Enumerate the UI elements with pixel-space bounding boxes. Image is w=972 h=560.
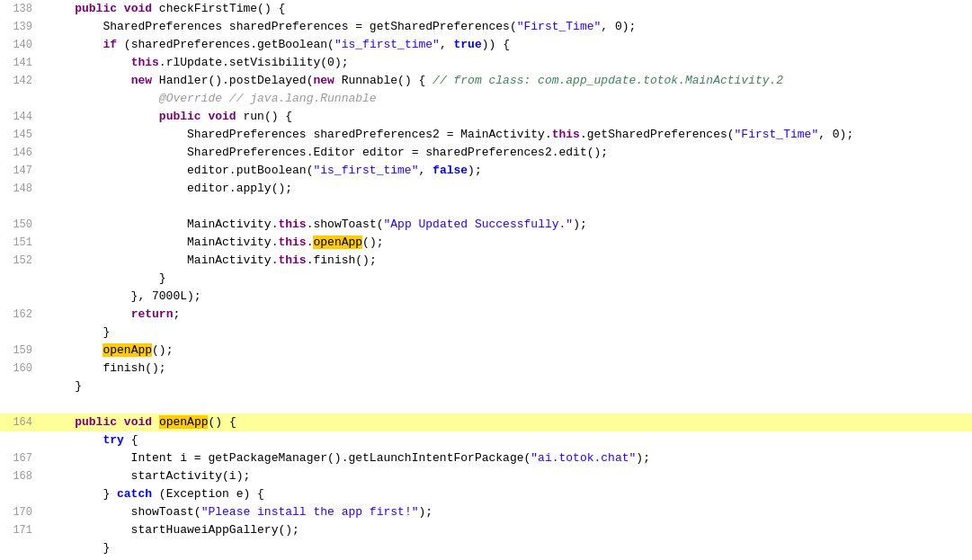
code-token: "App Updated Successfully." [384, 218, 574, 231]
table-row [0, 396, 972, 413]
line-content: public void checkFirstTime() { [43, 0, 972, 18]
line-number: 171 [0, 522, 43, 538]
table-row: 150 MainActivity.this.showToast("App Upd… [0, 216, 972, 234]
code-token: run() { [236, 110, 292, 123]
code-token: openApp [159, 415, 209, 429]
line-content: startActivity(i); [43, 467, 972, 485]
code-token [47, 343, 103, 357]
line-content: editor.apply(); [43, 180, 972, 198]
table-row: 159 openApp(); [0, 342, 972, 360]
line-content: return; [43, 306, 972, 324]
code-token: ; [173, 307, 180, 321]
code-token: "First_Time" [517, 20, 602, 33]
code-token: checkFirstTime() { [152, 2, 285, 15]
line-content: finish(); [43, 360, 972, 378]
code-token: this [278, 218, 306, 231]
code-token: Intent i = getPackageManager().getLaunch… [47, 451, 531, 465]
code-token: "First_Time" [735, 128, 819, 141]
line-number: 168 [0, 468, 43, 484]
table-row: 145 SharedPreferences sharedPreferences2… [0, 126, 972, 144]
table-row: 142 new Handler().postDelayed(new Runnab… [0, 72, 972, 90]
line-number: 159 [0, 342, 43, 359]
code-token: .getSharedPreferences( [580, 128, 735, 141]
line-content: } catch (Exception e) { [43, 485, 972, 503]
line-number: 162 [0, 307, 43, 323]
line-number: 145 [0, 127, 43, 143]
line-content: this.rlUpdate.setVisibility(0); [43, 54, 972, 72]
line-content: public void openApp() { [43, 413, 972, 431]
table-row: } catch (Exception e) { [0, 485, 972, 503]
table-row: 164 public void openApp() { [0, 413, 972, 431]
code-token [47, 74, 131, 87]
code-token: , [440, 38, 454, 51]
table-row: try { [0, 431, 972, 449]
line-content: } [43, 539, 972, 557]
code-token: this [278, 253, 306, 267]
code-token: Handler().postDelayed( [152, 74, 313, 87]
code-token: openApp [313, 236, 362, 249]
line-content: if (sharedPreferences.getBoolean("is_fir… [43, 36, 972, 54]
code-token: public [75, 415, 117, 429]
table-row: @Override // java.lang.Runnable [0, 90, 972, 108]
line-content: Intent i = getPackageManager().getLaunch… [43, 449, 972, 467]
table-row: } [0, 324, 972, 342]
code-token [117, 2, 124, 15]
code-token: SharedPreferences sharedPreferences = ge… [47, 20, 517, 33]
code-token: ); [468, 164, 482, 177]
code-token: } [47, 379, 82, 393]
line-number: 152 [0, 253, 43, 269]
table-row: 146 SharedPreferences.Editor editor = sh… [0, 144, 972, 162]
table-row: 151 MainActivity.this.openApp(); [0, 234, 972, 252]
code-token: true [454, 38, 482, 51]
code-token: catch [117, 487, 152, 501]
code-token: )) { [482, 38, 510, 51]
code-token: new [131, 74, 152, 87]
code-token: void [208, 110, 236, 123]
code-token [47, 92, 159, 105]
table-row: 167 Intent i = getPackageManager().getLa… [0, 449, 972, 467]
line-number: 138 [0, 1, 43, 17]
code-token: false [432, 164, 468, 177]
code-token: openApp [103, 343, 152, 357]
line-number: 150 [0, 217, 43, 233]
code-token [47, 110, 159, 123]
code-token: SharedPreferences.Editor editor = shared… [47, 146, 608, 159]
code-token [47, 433, 103, 447]
code-token: ); [418, 505, 432, 519]
code-token: , 0); [601, 20, 636, 33]
line-number: 151 [0, 235, 43, 251]
code-token: }, 7000L); [47, 289, 201, 303]
table-row: 138 public void checkFirstTime() { [0, 0, 972, 18]
line-number: 141 [0, 55, 43, 71]
line-content: SharedPreferences.Editor editor = shared… [43, 144, 972, 162]
code-token: @Override // java.lang.Runnable [159, 92, 377, 105]
line-number: 148 [0, 181, 43, 197]
table-row: }, 7000L); [0, 288, 972, 306]
line-content: openApp(); [43, 342, 972, 360]
table-row: 171 startHuaweiAppGallery(); [0, 521, 972, 539]
line-number: 146 [0, 145, 43, 161]
line-content: } [43, 270, 972, 288]
line-content: } [43, 378, 972, 396]
code-token: "Please install the app first!" [201, 505, 419, 519]
table-row: 168 startActivity(i); [0, 467, 972, 485]
code-token: (Exception e) { [152, 487, 264, 501]
line-content: MainActivity.this.showToast("App Updated… [43, 216, 972, 234]
code-token: // from class: com.app_update.totok.Main… [432, 74, 783, 87]
code-token: public [75, 2, 117, 15]
code-token: } [47, 271, 166, 285]
code-token: new [313, 74, 334, 87]
code-token: MainActivity. [47, 236, 278, 249]
code-token: this [552, 128, 580, 141]
table-row: 148 editor.apply(); [0, 180, 972, 198]
code-token: if [103, 38, 117, 51]
line-content: startHuaweiAppGallery(); [43, 521, 972, 539]
line-number: 147 [0, 163, 43, 179]
code-token: .finish(); [307, 253, 377, 267]
code-token: SharedPreferences sharedPreferences2 = M… [47, 128, 552, 141]
code-token [47, 56, 131, 69]
code-token: void [124, 2, 152, 15]
code-token: () { [208, 415, 236, 429]
code-token: try [103, 433, 123, 447]
line-number: 144 [0, 109, 43, 125]
